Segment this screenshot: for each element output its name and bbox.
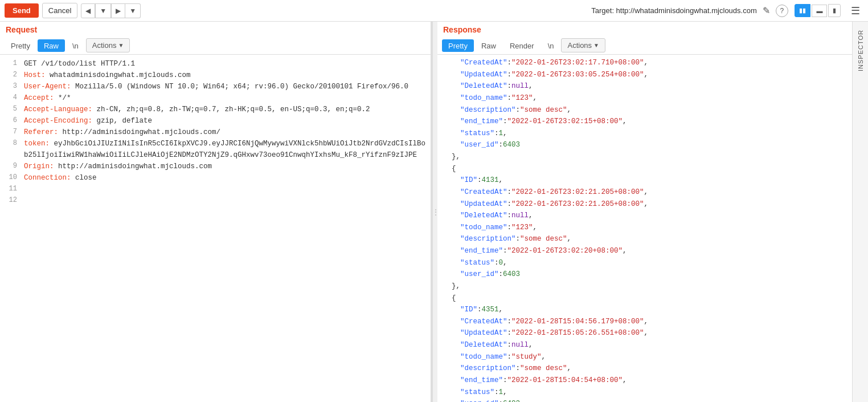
json-line: "UpdatedAt":"2022-01-26T23:03:05.254+08:… [443, 69, 846, 81]
line-content: Origin: http://adminisdoingwhat.mjclouds… [24, 161, 426, 172]
line-content: Accept: */* [24, 92, 426, 104]
json-line: { [443, 163, 846, 175]
json-line: "description":"some desc", [443, 104, 846, 116]
line-number: 9 [5, 161, 17, 172]
response-tab-n[interactable]: \n [542, 39, 560, 52]
code-line: 3 User-Agent: Mozilla/5.0 (Windows NT 10… [0, 81, 431, 92]
code-line: 7 Referer: http://adminisdoingwhat.mjclo… [0, 127, 431, 138]
line-content: Accept-Language: zh-CN, zh;q=0.8, zh-TW;… [24, 104, 426, 115]
request-tab-pretty[interactable]: Pretty [5, 39, 36, 52]
line-content: Host: whatadminisdoingwhat.mjclouds.com [24, 70, 426, 81]
cancel-button[interactable]: Cancel [42, 3, 77, 18]
request-tab-raw[interactable]: Raw [38, 39, 65, 52]
json-line: "description":"some desc", [443, 233, 846, 245]
line-number: 5 [5, 104, 17, 115]
json-line: "todo_name":"123", [443, 222, 846, 234]
request-panel: Request Pretty Raw \n Actions ▼ 1 GET /v… [0, 22, 433, 402]
json-line: "DeletedAt":null, [443, 210, 846, 222]
code-line: 10 Connection: close [0, 172, 431, 184]
response-tab-bar: Pretty Raw Render \n Actions ▼ [437, 36, 852, 55]
line-number: 4 [5, 92, 17, 104]
nav-back-dropdown-button[interactable]: ▼ [95, 3, 111, 18]
line-number: 6 [5, 115, 17, 127]
json-line: "ID":4131, [443, 174, 846, 186]
json-line: "end_time":"2022-01-26T23:02:20+08:00", [443, 245, 846, 257]
code-line: 9 Origin: http://adminisdoingwhat.mjclou… [0, 161, 431, 172]
line-number: 10 [5, 172, 17, 184]
top-toolbar: Send Cancel ◀ ▼ ▶ ▼ Target: http://whata… [0, 0, 868, 22]
line-content: GET /v1/todo/list HTTP/1.1 [24, 58, 426, 70]
response-tab-actions[interactable]: Actions ▼ [561, 38, 605, 52]
code-line: 6 Accept-Encoding: gzip, deflate [0, 115, 431, 127]
json-line: "end_time":"2022-01-28T15:04:54+08:00", [443, 375, 846, 387]
json-line: "user_id":6403 [443, 269, 846, 281]
panel-divider[interactable]: ⋮ [433, 22, 437, 402]
code-line: 2 Host: whatadminisdoingwhat.mjclouds.co… [0, 70, 431, 81]
code-line: 8 token: eyJhbGciOiJIUzI1NiIsInR5cCI6Ikp… [0, 138, 431, 161]
json-line: "UpdatedAt":"2022-01-26T23:02:21.205+08:… [443, 198, 846, 210]
view-toggle-split-button[interactable]: ▮▮ [795, 4, 810, 17]
line-number: 1 [5, 58, 17, 70]
view-toggle-horizontal-button[interactable]: ▬ [812, 5, 827, 17]
send-button[interactable]: Send [5, 3, 39, 18]
line-number: 7 [5, 127, 17, 138]
response-tab-raw[interactable]: Raw [475, 39, 502, 52]
request-actions-label: Actions [92, 41, 117, 50]
json-line: "todo_name":"study", [443, 351, 846, 363]
json-line: "user_id":6403 [443, 398, 846, 402]
response-tab-render[interactable]: Render [503, 39, 541, 52]
nav-forward-button[interactable]: ▶ [111, 3, 125, 18]
line-content: Referer: http://adminisdoingwhat.mjcloud… [24, 127, 426, 138]
code-line: 11 [0, 184, 431, 195]
edit-target-button[interactable]: ✎ [759, 4, 773, 17]
line-content: User-Agent: Mozilla/5.0 (Windows NT 10.0… [24, 81, 426, 92]
json-line: }, [443, 151, 846, 163]
main-content: Request Pretty Raw \n Actions ▼ 1 GET /v… [0, 22, 868, 402]
view-toggle-group: ▮▮ ▬ ▮ [795, 4, 841, 17]
line-content: Connection: close [24, 172, 426, 184]
line-number: 3 [5, 81, 17, 92]
json-line: "status":0, [443, 257, 846, 269]
request-code-area[interactable]: 1 GET /v1/todo/list HTTP/1.1 2 Host: wha… [0, 55, 431, 402]
code-line: 1 GET /v1/todo/list HTTP/1.1 [0, 58, 431, 70]
json-line: "ID":4351, [443, 304, 846, 316]
json-line: "DeletedAt":null, [443, 339, 846, 351]
line-number: 11 [5, 184, 17, 195]
right-sidebar: INSPECTOR [852, 22, 868, 402]
response-title: Response [437, 22, 852, 36]
target-info: Target: http://whatadminisdoingwhat.mjcl… [591, 6, 756, 15]
json-line: "CreatedAt":"2022-01-26T23:02:17.710+08:… [443, 57, 846, 69]
json-line: "status":1, [443, 128, 846, 140]
json-line: "UpdatedAt":"2022-01-28T15:05:26.551+08:… [443, 327, 846, 339]
nav-button-group: ◀ ▼ ▶ ▼ [81, 3, 141, 18]
line-number: 12 [5, 195, 17, 206]
json-line: "end_time":"2022-01-26T23:02:15+08:00", [443, 116, 846, 128]
help-button[interactable]: ? [776, 5, 788, 17]
request-tab-actions[interactable]: Actions ▼ [86, 38, 130, 52]
line-content [24, 184, 426, 195]
view-toggle-single-button[interactable]: ▮ [828, 4, 841, 17]
line-content: token: eyJhbGciOiJIUzI1NiIsInR5cCI6IkpXV… [24, 138, 426, 161]
inspector-label: INSPECTOR [857, 30, 864, 71]
response-actions-chevron-icon: ▼ [593, 42, 599, 48]
json-line: "user_id":6403 [443, 139, 846, 151]
response-actions-label: Actions [567, 41, 592, 50]
code-line: 5 Accept-Language: zh-CN, zh;q=0.8, zh-T… [0, 104, 431, 115]
line-content [24, 195, 426, 206]
request-tab-n[interactable]: \n [66, 39, 85, 52]
line-number: 8 [5, 138, 17, 161]
response-tab-pretty[interactable]: Pretty [442, 39, 474, 52]
response-panel: Response Pretty Raw Render \n Actions ▼ … [437, 22, 852, 402]
menu-button[interactable]: ☰ [847, 3, 863, 18]
json-line: "status":1, [443, 387, 846, 399]
line-content: Accept-Encoding: gzip, deflate [24, 115, 426, 127]
nav-forward-dropdown-button[interactable]: ▼ [125, 3, 141, 18]
response-code-area[interactable]: "CreatedAt":"2022-01-26T23:02:17.710+08:… [437, 55, 852, 402]
json-line: "CreatedAt":"2022-01-26T23:02:21.205+08:… [443, 186, 846, 198]
nav-back-button[interactable]: ◀ [81, 3, 95, 18]
json-line: "todo_name":"123", [443, 92, 846, 104]
json-line: "CreatedAt":"2022-01-28T15:04:56.179+08:… [443, 316, 846, 328]
request-actions-chevron-icon: ▼ [118, 42, 124, 48]
request-tab-bar: Pretty Raw \n Actions ▼ [0, 36, 431, 55]
code-line: 4 Accept: */* [0, 92, 431, 104]
